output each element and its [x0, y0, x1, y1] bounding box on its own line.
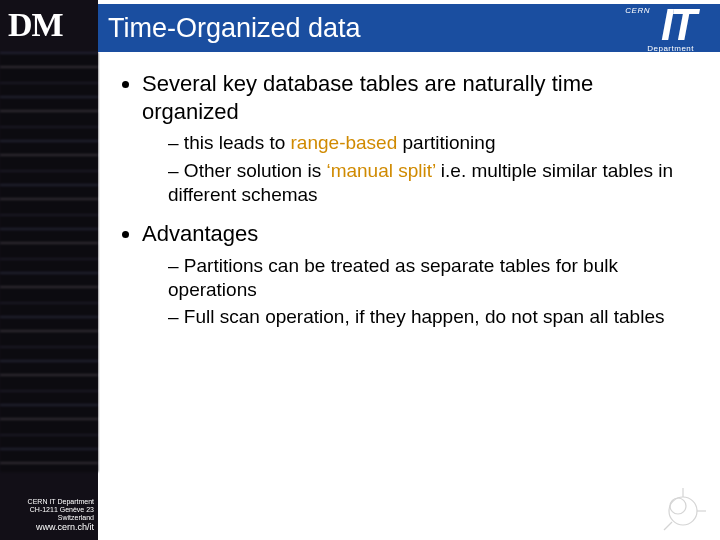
bullet-1-sub-2: Other solution is ‘manual split’ i.e. mu…: [168, 159, 690, 207]
it-logo-dep: Department: [647, 44, 694, 53]
it-logo-cern: CERN: [574, 6, 650, 15]
footer-line-3: Switzerland: [0, 514, 94, 522]
b1s1-pre: this leads to: [184, 132, 291, 153]
dm-logo: DM: [8, 6, 63, 44]
bullet-2: Advantages Partitions can be treated as …: [142, 220, 690, 329]
b1s1-post: partitioning: [397, 132, 495, 153]
bullet-list-level1: Several key database tables are naturall…: [120, 70, 690, 329]
slide: DM Time-Organized data CERN IT Departmen…: [0, 0, 720, 540]
title-bar: Time-Organized data CERN IT Department: [98, 4, 720, 52]
bullet-1-sub-1: this leads to range-based partitioning: [168, 131, 690, 155]
slide-body: Several key database tables are naturall…: [120, 70, 690, 343]
b1s1-highlight: range-based: [291, 132, 398, 153]
bullet-2-sub-1: Partitions can be treated as separate ta…: [168, 254, 690, 302]
b1s2-pre: Other solution is: [184, 160, 327, 181]
footer-url: www.cern.ch/it: [0, 522, 94, 532]
bullet-2-sublist: Partitions can be treated as separate ta…: [142, 254, 690, 329]
it-logo-it: IT: [661, 0, 694, 50]
footer-line-2: CH-1211 Genève 23: [0, 506, 94, 514]
svg-point-1: [670, 498, 686, 514]
side-code-texture: [0, 52, 98, 472]
bullet-2-text: Advantages: [142, 221, 258, 246]
svg-line-4: [664, 522, 672, 530]
cern-it-logo: CERN IT Department: [574, 4, 694, 54]
svg-point-0: [669, 497, 697, 525]
bullet-1-sublist: this leads to range-based partitioning O…: [142, 131, 690, 206]
footer-line-1: CERN IT Department: [0, 498, 94, 506]
slide-title: Time-Organized data: [108, 13, 361, 44]
b1s2-highlight: ‘manual split’: [326, 160, 435, 181]
bullet-1: Several key database tables are naturall…: [142, 70, 690, 206]
footer-address: CERN IT Department CH-1211 Genève 23 Swi…: [0, 498, 98, 532]
bullet-2-sub-2: Full scan operation, if they happen, do …: [168, 305, 690, 329]
cern-ring-icon: [660, 488, 706, 534]
bullet-1-text: Several key database tables are naturall…: [142, 71, 593, 124]
